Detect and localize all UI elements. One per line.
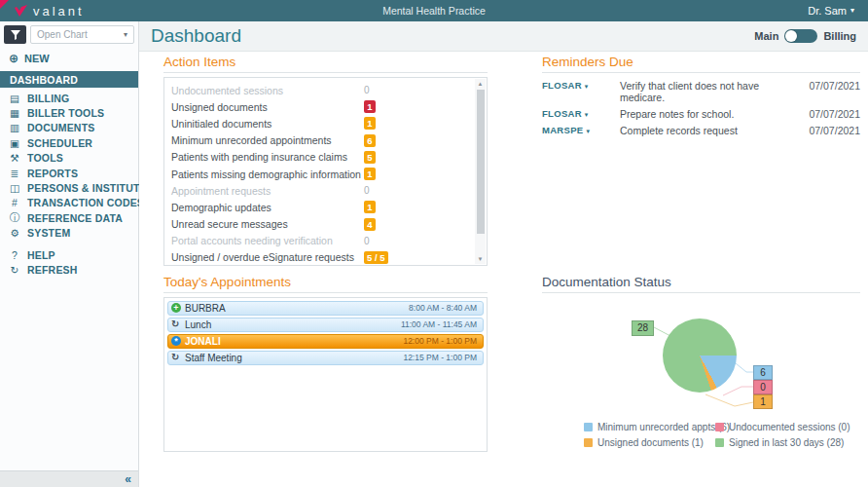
sidebar-footer-nav: ?HELP↻REFRESH xyxy=(0,247,138,278)
reminder-date: 07/07/2021 xyxy=(798,80,860,92)
reminder-patient-menu[interactable]: FLOSAR ▾ xyxy=(542,108,620,119)
sidebar-item-label: HELP xyxy=(27,249,55,261)
action-item-label: Uninitialed documents xyxy=(171,118,364,130)
action-item-label: Unsigned documents xyxy=(171,101,364,113)
appointment-time: 8:00 AM - 8:40 AM xyxy=(409,303,477,313)
reminder-date: 07/07/2021 xyxy=(798,125,860,136)
action-item-row[interactable]: Uninitialed documents1 xyxy=(171,115,471,131)
action-item-row[interactable]: Patients missing demographic information… xyxy=(171,166,471,182)
action-item-row[interactable]: Portal accounts needing verification0 xyxy=(171,233,471,249)
legend-item: Unsigned documents (1) xyxy=(584,437,704,448)
appointments-list: +BURBRA8:00 AM - 8:40 AM↻Lunch11:00 AM -… xyxy=(167,301,484,365)
appointment-icon-wrap: + xyxy=(171,303,185,313)
appointment-icon-wrap: ↻ xyxy=(171,319,185,329)
legend-item: Undocumented sessions (0) xyxy=(715,422,850,432)
chevron-down-icon: ▾ xyxy=(850,7,854,15)
appointment-row[interactable]: *JONALI12:00 PM - 1:00 PM xyxy=(167,334,484,349)
reminders-title: Reminders Due xyxy=(542,55,860,73)
legend-swatch xyxy=(715,438,724,447)
appointment-row[interactable]: ↻Staff Meeting12:15 PM - 1:00 PM xyxy=(167,351,484,365)
action-item-row[interactable]: Minimum unrecorded appointments6 xyxy=(171,132,471,149)
reference-data-icon: ⓘ xyxy=(9,211,20,225)
reminders-list: FLOSAR ▾Verify that client does not have… xyxy=(542,77,860,138)
sidebar-item-transaction-codes[interactable]: #TRANSACTION CODES xyxy=(0,196,138,210)
action-item-label: Unsigned / overdue eSignature requests xyxy=(171,251,364,263)
action-item-row[interactable]: Appointment requests0 xyxy=(171,182,471,199)
action-items-title: Action Items xyxy=(163,55,488,73)
main-header: Dashboard Main Billing xyxy=(139,21,868,52)
sidebar-item-biller-tools[interactable]: ▦BILLER TOOLS xyxy=(0,105,138,120)
sidebar-item-label: TOOLS xyxy=(27,152,63,164)
sidebar-item-system[interactable]: ⚙SYSTEM xyxy=(0,226,138,241)
open-chart-combobox[interactable]: Open Chart ▾ xyxy=(30,25,134,44)
scroll-down-icon[interactable]: ▼ xyxy=(475,254,486,264)
documentation-status-title: Documentation Status xyxy=(542,275,860,293)
sidebar-item-label: SYSTEM xyxy=(27,227,70,239)
action-item-row[interactable]: Demographic updates1 xyxy=(171,199,471,215)
persons-institutions-icon: ◫ xyxy=(9,182,20,194)
filter-button[interactable] xyxy=(4,25,26,44)
system-icon: ⚙ xyxy=(9,227,20,239)
reminder-text: Verify that client does not have medicar… xyxy=(620,80,798,103)
reminder-patient-menu[interactable]: FLOSAR ▾ xyxy=(542,80,620,91)
action-item-label: Demographic updates xyxy=(171,202,364,213)
sidebar-item-label: TRANSACTION CODES xyxy=(27,197,144,208)
sidebar-item-label: DOCUMENTS xyxy=(27,122,94,133)
action-item-badge: 5 / 5 xyxy=(364,251,388,264)
chevron-down-icon: ▾ xyxy=(586,128,590,134)
sidebar-item-tools[interactable]: ⚒TOOLS xyxy=(0,151,138,166)
pie[interactable] xyxy=(663,318,737,393)
action-item-badge: 1 xyxy=(364,201,376,213)
billing-icon: ▤ xyxy=(9,93,20,104)
sidebar-item-documents[interactable]: ▥DOCUMENTS xyxy=(0,121,138,135)
sidebar-item-persons-institutions[interactable]: ◫PERSONS & INSTITUTIONS xyxy=(0,180,138,195)
sidebar-item-reference-data[interactable]: ⓘREFERENCE DATA xyxy=(0,210,138,225)
callout-unrecorded: 6 xyxy=(753,365,773,380)
appointment-row[interactable]: ↻Lunch11:00 AM - 11:45 AM xyxy=(167,318,484,332)
sidebar-item-help[interactable]: ?HELP xyxy=(0,247,138,262)
legend-label: Minimum unrecorded appts (6) xyxy=(597,422,730,432)
legend-label: Undocumented sessions (0) xyxy=(729,422,850,432)
collapse-chevron-icon: « xyxy=(125,472,131,486)
documents-icon: ▥ xyxy=(9,122,20,133)
callout-unsigned: 1 xyxy=(753,394,773,409)
action-item-row[interactable]: Unsigned documents1 xyxy=(171,98,471,115)
corner-ribbon xyxy=(0,0,9,9)
reminder-text: Complete records request xyxy=(620,125,798,136)
scrollbar-thumb[interactable] xyxy=(477,90,485,234)
action-item-badge: 1 xyxy=(364,100,376,113)
appointment-name: Staff Meeting xyxy=(185,353,242,363)
reminder-row[interactable]: FLOSAR ▾Verify that client does not have… xyxy=(542,77,860,105)
appointment-icon-wrap: * xyxy=(171,336,185,346)
documentation-status-section: Documentation Status 28 6 0 1 Minimum un… xyxy=(542,275,860,461)
appointments-section: Today's Appointments +BURBRA8:00 AM - 8:… xyxy=(163,275,488,452)
callout-signed: 28 xyxy=(632,320,654,336)
action-item-row[interactable]: Unsigned / overdue eSignature requests5 … xyxy=(171,249,471,266)
user-menu[interactable]: Dr. Sam ▾ xyxy=(808,5,868,17)
main-billing-switch[interactable] xyxy=(784,29,817,43)
sidebar-item-refresh[interactable]: ↻REFRESH xyxy=(0,262,138,277)
recurring-icon: ↻ xyxy=(171,353,179,362)
action-item-row[interactable]: Unread secure messages4 xyxy=(171,216,471,233)
sidebar-item-reports[interactable]: ≣REPORTS xyxy=(0,166,138,180)
biller-tools-icon: ▦ xyxy=(9,107,20,119)
sidebar-item-billing[interactable]: ▤BILLING xyxy=(0,91,138,105)
sidebar-item-new[interactable]: ⊕ NEW xyxy=(0,49,138,70)
transaction-codes-icon: # xyxy=(9,197,20,208)
action-item-row[interactable]: Patients with pending insurance claims5 xyxy=(171,149,471,166)
appointment-row[interactable]: +BURBRA8:00 AM - 8:40 AM xyxy=(167,301,484,316)
chevron-down-icon: ▾ xyxy=(585,83,589,90)
reminder-text: Prepare notes for school. xyxy=(620,108,798,120)
action-items-scrollbar[interactable]: ▲ ▼ xyxy=(475,79,486,264)
page-title: Dashboard xyxy=(151,25,241,47)
reminder-row[interactable]: MARSPE ▾Complete records request07/07/20… xyxy=(542,122,860,138)
recurring-icon: ↻ xyxy=(171,319,179,329)
action-item-row[interactable]: Undocumented sessions0 xyxy=(171,82,471,98)
scroll-up-icon[interactable]: ▲ xyxy=(475,79,486,89)
reminder-row[interactable]: FLOSAR ▾Prepare notes for school.07/07/2… xyxy=(542,105,860,122)
sidebar-collapse[interactable]: « xyxy=(0,470,138,487)
reminder-patient-menu[interactable]: MARSPE ▾ xyxy=(542,125,620,135)
sidebar-item-label: REPORTS xyxy=(27,168,78,179)
sidebar-item-scheduler[interactable]: ▣SCHEDULER xyxy=(0,135,138,150)
sidebar-item-dashboard[interactable]: DASHBOARD xyxy=(0,71,138,88)
